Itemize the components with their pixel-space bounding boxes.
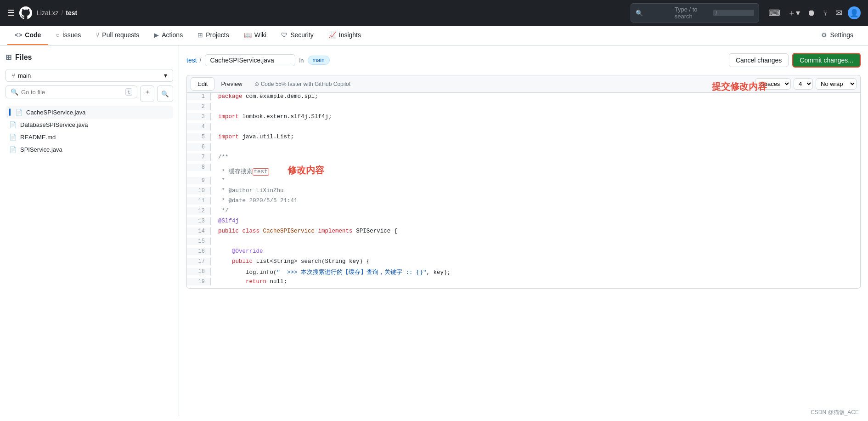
- line-content-3: import lombok.extern.slf4j.Slf4j;: [211, 113, 860, 120]
- pull-request-nav-icon[interactable]: ⑂: [821, 6, 830, 20]
- line-content-9: *: [211, 177, 860, 184]
- file-name-database: DatabaseSPIService.java: [20, 121, 88, 128]
- avatar[interactable]: 👤: [848, 6, 861, 19]
- search-file-input[interactable]: 🔍 t: [6, 85, 137, 98]
- line-content-2: [211, 103, 860, 110]
- branch-icon: ⑂: [11, 72, 15, 79]
- branch-name: main: [18, 72, 31, 79]
- file-item-database[interactable]: 📄 DatabaseSPIService.java: [6, 119, 173, 131]
- line-content-16: @Override: [211, 248, 860, 255]
- code-line-1: 1 package com.example.demo.spi;: [187, 93, 860, 103]
- line-content-5: import java.util.List;: [211, 133, 860, 141]
- line-content-12: */: [211, 207, 860, 215]
- code-line-11: 11 * @date 2020/5/5 21:41: [187, 197, 860, 207]
- repo-navigation: <> Code ○ Issues ⑂ Pull requests ▶ Actio…: [0, 26, 868, 46]
- nav-issues-label: Issues: [62, 31, 81, 39]
- add-file-button[interactable]: ＋: [140, 85, 154, 102]
- repo-breadcrumb: LizaLxz / test: [37, 9, 77, 17]
- file-name-readme: README.md: [20, 134, 56, 141]
- line-num-17: 17: [187, 258, 211, 265]
- hamburger-button[interactable]: ☰: [7, 8, 15, 18]
- security-icon: 🛡: [281, 31, 287, 39]
- line-num-18: 18: [187, 268, 211, 275]
- inline-edit-box[interactable]: test: [253, 168, 269, 176]
- code-line-9: 9 *: [187, 177, 860, 187]
- indent-select[interactable]: 4 2 8: [794, 78, 813, 90]
- file-icon-database: 📄: [9, 121, 17, 128]
- watermark: CSDN @猫饭_ACE: [811, 409, 859, 416]
- search-icon: 🔍: [636, 10, 672, 17]
- commit-changes-button[interactable]: Commit changes...: [792, 53, 861, 68]
- repo-name[interactable]: test: [66, 9, 77, 17]
- file-name-input[interactable]: [205, 54, 295, 66]
- code-line-8: 8 * 缓存搜索test修改内容: [187, 164, 860, 177]
- nav-insights-label: Insights: [339, 31, 361, 39]
- nav-projects[interactable]: ⊞ Projects: [190, 26, 237, 45]
- wiki-icon: 📖: [244, 31, 252, 39]
- branch-selector[interactable]: ⑂ main ▾: [6, 69, 173, 82]
- header-actions: 提交修改内容 Cancel changes Commit changes...: [729, 53, 861, 68]
- line-num-4: 4: [187, 123, 211, 131]
- tab-edit[interactable]: Edit: [191, 77, 214, 91]
- cancel-changes-button[interactable]: Cancel changes: [729, 53, 789, 67]
- wrap-select[interactable]: No wrap Soft wrap: [816, 78, 857, 90]
- search-placeholder: Type / to search: [675, 6, 711, 20]
- sidebar-toggle-icon[interactable]: ⊞: [6, 53, 11, 62]
- file-name-spiservice: SPIService.java: [20, 146, 62, 153]
- editor-repo-link[interactable]: test: [186, 57, 197, 64]
- line-content-14: public class CacheSPIService implements …: [211, 228, 860, 235]
- new-icon[interactable]: ＋▾: [786, 6, 802, 20]
- nav-insights[interactable]: 📈 Insights: [321, 26, 368, 45]
- line-content-7: /**: [211, 154, 860, 161]
- copilot-text: Code 55% faster with GitHub Copilot: [261, 81, 350, 87]
- tab-preview[interactable]: Preview: [214, 78, 248, 90]
- modify-annotation: 修改内容: [287, 165, 324, 176]
- code-editor[interactable]: 1 package com.example.demo.spi; 2 3 impo…: [186, 93, 861, 289]
- code-line-17: 17 public List<String> search(String key…: [187, 258, 860, 268]
- code-line-3: 3 import lombok.extern.slf4j.Slf4j;: [187, 113, 860, 123]
- nav-pull-requests[interactable]: ⑂ Pull requests: [88, 26, 147, 45]
- code-line-19: 19 return null;: [187, 278, 860, 288]
- editor-area: test / in main 提交修改内容 Cancel changes Com…: [179, 46, 868, 416]
- code-line-12: 12 */: [187, 207, 860, 217]
- nav-wiki[interactable]: 📖 Wiki: [237, 26, 274, 45]
- line-num-11: 11: [187, 197, 211, 205]
- code-line-13: 13 @Slf4j: [187, 217, 860, 228]
- search-icon-sidebar: 🔍: [11, 88, 18, 96]
- terminal-icon[interactable]: ⌨: [767, 6, 782, 20]
- line-content-11: * @date 2020/5/5 21:41: [211, 197, 860, 205]
- github-logo: [18, 6, 33, 20]
- search-bar[interactable]: 🔍 Type / to search /: [631, 3, 759, 23]
- line-content-19: return null;: [211, 278, 860, 285]
- file-name-cache: CacheSPIService.java: [26, 109, 85, 116]
- notification-dot-icon[interactable]: ⏺: [806, 6, 817, 20]
- file-item-spiservice[interactable]: 📄 SPIService.java: [6, 143, 173, 156]
- line-num-2: 2: [187, 103, 211, 110]
- line-content-8: * 缓存搜索test修改内容: [211, 164, 860, 177]
- user-name[interactable]: LizaLxz: [37, 9, 58, 17]
- chevron-down-icon: ▾: [164, 72, 167, 79]
- nav-code-label: Code: [25, 31, 41, 39]
- nav-issues[interactable]: ○ Issues: [48, 26, 88, 45]
- nav-actions[interactable]: ▶ Actions: [147, 26, 190, 45]
- nav-projects-label: Projects: [206, 31, 229, 39]
- line-num-9: 9: [187, 177, 211, 184]
- inbox-icon[interactable]: ✉: [834, 6, 844, 20]
- code-line-15: 15: [187, 238, 860, 248]
- file-icon-cache: 📄: [15, 109, 23, 116]
- go-to-file-input[interactable]: [21, 89, 123, 96]
- file-item-readme[interactable]: 📄 README.md: [6, 131, 173, 143]
- search-button[interactable]: 🔍: [157, 85, 173, 102]
- nav-settings[interactable]: ⚙ Settings: [814, 26, 861, 45]
- line-num-7: 7: [187, 154, 211, 161]
- code-icon: <>: [15, 31, 22, 39]
- file-item-cache[interactable]: 📄 CacheSPIService.java: [6, 106, 173, 119]
- line-content-6: [211, 143, 860, 151]
- sidebar-header: ⊞ Files: [6, 51, 173, 63]
- nav-security[interactable]: 🛡 Security: [274, 26, 321, 45]
- nav-wiki-label: Wiki: [254, 31, 266, 39]
- active-indicator: [9, 108, 11, 116]
- line-content-13: @Slf4j: [211, 217, 860, 225]
- nav-code[interactable]: <> Code: [7, 26, 48, 45]
- sidebar: ⊞ Files ⑂ main ▾ 🔍 t ＋ 🔍 📄 CacheSPIServi…: [0, 46, 179, 416]
